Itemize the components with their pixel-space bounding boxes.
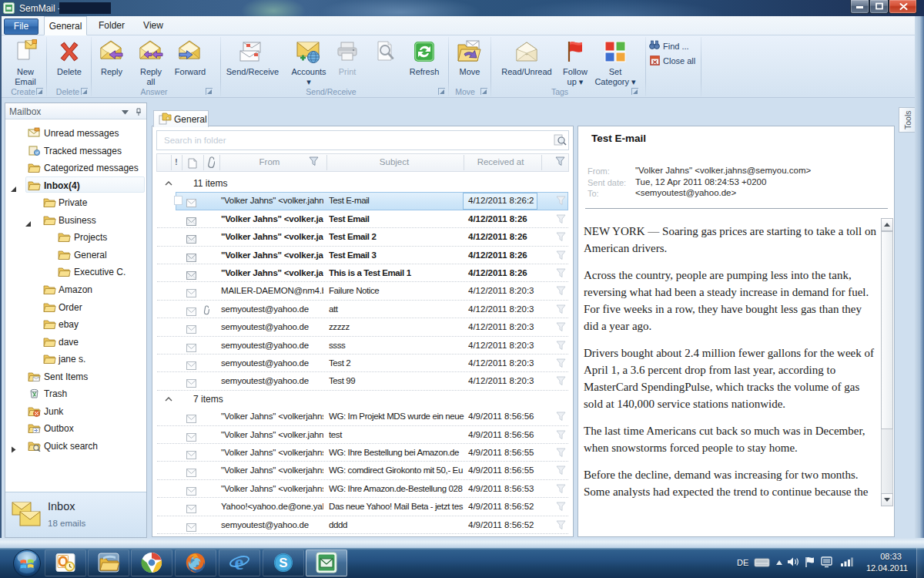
svg-text:e: e xyxy=(235,551,244,574)
svg-text:S: S xyxy=(279,556,287,570)
